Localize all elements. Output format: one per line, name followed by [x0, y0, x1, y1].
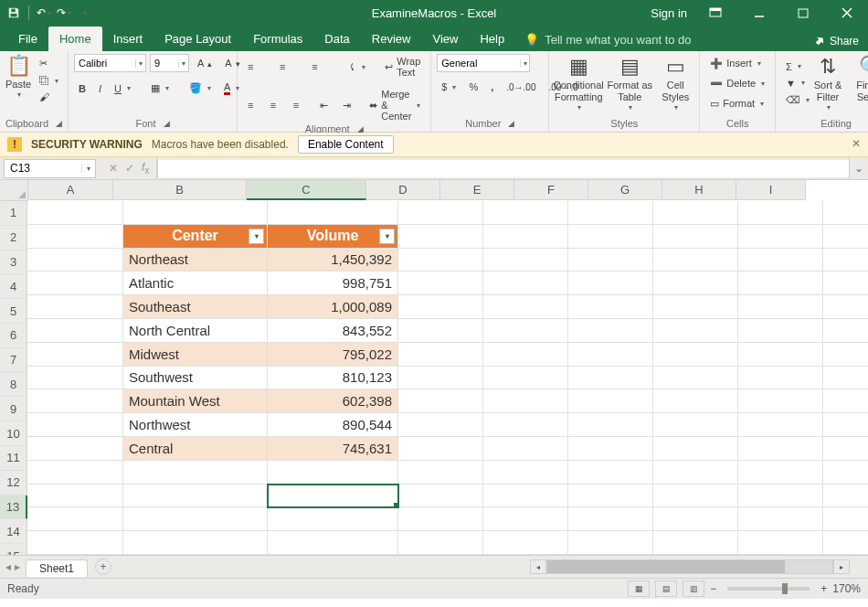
paste-button[interactable]: 📋 Paste▾ [5, 54, 31, 99]
tab-page-layout[interactable]: Page Layout [153, 27, 242, 51]
cell-I11[interactable] [823, 437, 868, 461]
column-header-H[interactable]: H [662, 180, 736, 200]
cell-E9[interactable] [483, 389, 568, 413]
tab-data[interactable]: Data [313, 27, 360, 51]
cell-G5[interactable] [653, 295, 738, 319]
cell-I4[interactable] [823, 272, 868, 295]
accounting-format-button[interactable]: $▾ [437, 80, 460, 94]
cell-B12[interactable] [123, 461, 268, 485]
sign-in-link[interactable]: Sign in [651, 6, 687, 20]
cell-H11[interactable] [738, 437, 823, 461]
tab-file[interactable]: File [7, 27, 48, 51]
cell-C3[interactable]: 1,450,392 [268, 249, 398, 272]
cell-styles-button[interactable]: ▭Cell Styles▾ [657, 55, 693, 112]
cell-H4[interactable] [738, 272, 823, 295]
cell-F14[interactable] [568, 507, 653, 531]
cell-B4[interactable]: Atlantic [123, 272, 268, 295]
cell-D10[interactable] [398, 413, 483, 437]
cell-I9[interactable] [823, 389, 868, 413]
cell-G6[interactable] [653, 319, 738, 343]
cell-G4[interactable] [653, 272, 738, 295]
cell-A14[interactable] [27, 507, 123, 531]
cell-C13[interactable] [268, 485, 398, 508]
cut-button[interactable]: ✂ [35, 56, 72, 71]
cell-F1[interactable] [568, 201, 653, 225]
cell-D4[interactable] [398, 272, 483, 295]
cell-A13[interactable] [27, 485, 123, 508]
zoom-slider[interactable] [727, 587, 810, 591]
filter-icon[interactable]: ▾ [249, 229, 264, 244]
tell-me-search[interactable]: 💡 Tell me what you want to do [524, 33, 691, 51]
row-header-4[interactable]: 4 [0, 274, 27, 299]
format-as-table-button[interactable]: ▤Format as Table▾ [606, 55, 653, 112]
cell-A12[interactable] [27, 461, 123, 485]
format-cells-button[interactable]: ▭Format▾ [705, 96, 778, 112]
cell-B11[interactable]: Central [123, 437, 268, 461]
align-center-button[interactable]: ≡ [266, 98, 285, 112]
align-bottom-button[interactable]: ≡ [307, 59, 335, 74]
cell-B13[interactable] [123, 485, 268, 508]
cell-D6[interactable] [398, 319, 483, 343]
column-header-D[interactable]: D [366, 180, 440, 200]
tab-home[interactable]: Home [48, 27, 102, 51]
cell-D5[interactable] [398, 295, 483, 319]
sort-filter-button[interactable]: ⇅Sort & Filter▾ [809, 55, 847, 112]
orientation-button[interactable]: ⤹▾ [344, 59, 372, 75]
cell-F10[interactable] [568, 413, 653, 437]
cell-C11[interactable]: 745,631 [268, 437, 398, 461]
comma-button[interactable]: , [486, 80, 498, 94]
formula-input[interactable] [157, 160, 849, 177]
cell-H12[interactable] [738, 461, 823, 485]
new-sheet-button[interactable]: + [95, 559, 111, 575]
cell-I7[interactable] [823, 343, 868, 367]
column-header-C[interactable]: C [247, 180, 366, 200]
cell-G2[interactable] [653, 225, 738, 249]
cell-C10[interactable]: 890,544 [268, 413, 398, 437]
cell-A5[interactable] [27, 295, 123, 319]
tab-help[interactable]: Help [469, 27, 515, 51]
cell-B5[interactable]: Southeast [123, 295, 268, 319]
align-middle-button[interactable]: ≡ [275, 59, 303, 74]
fill-color-button[interactable]: 🪣▾ [185, 80, 216, 96]
cell-E5[interactable] [483, 295, 568, 319]
cell-A10[interactable] [27, 413, 123, 437]
share-button[interactable]: Share [813, 35, 859, 48]
column-header-I[interactable]: I [736, 180, 806, 200]
cell-G1[interactable] [653, 201, 738, 225]
format-painter-button[interactable]: 🖌 [35, 90, 72, 104]
cell-B7[interactable]: Midwest [123, 343, 268, 367]
close-warning-icon[interactable]: ✕ [852, 137, 861, 150]
conditional-formatting-button[interactable]: ▦Conditional Formatting▾ [555, 55, 602, 112]
cell-E4[interactable] [483, 272, 568, 295]
number-format-combo[interactable]: ▾ [437, 54, 530, 72]
cell-C7[interactable]: 795,022 [268, 343, 398, 367]
column-header-F[interactable]: F [514, 180, 588, 200]
cell-G12[interactable] [653, 461, 738, 485]
cell-E11[interactable] [483, 437, 568, 461]
cell-E15[interactable] [483, 531, 568, 555]
column-header-E[interactable]: E [440, 180, 514, 200]
wrap-text-button[interactable]: ↩ Wrap Text [380, 54, 425, 80]
font-name-combo[interactable]: ▾ [74, 54, 146, 72]
close-icon[interactable] [831, 0, 863, 26]
redo-icon[interactable]: ↷▾ [56, 5, 72, 21]
increase-decimal-button[interactable]: .0→.00 [502, 80, 540, 94]
cell-A15[interactable] [27, 531, 123, 555]
tab-insert[interactable]: Insert [102, 27, 154, 51]
cell-G13[interactable] [653, 485, 738, 508]
normal-view-button[interactable]: ▦ [628, 580, 650, 597]
fx-icon[interactable]: fx [142, 161, 149, 176]
find-select-button[interactable]: 🔍Find & Select▾ [851, 55, 868, 112]
percent-button[interactable]: % [464, 80, 482, 94]
cell-I8[interactable] [823, 367, 868, 390]
filter-icon[interactable]: ▾ [379, 229, 395, 244]
cell-I15[interactable] [823, 531, 868, 555]
row-header-14[interactable]: 14 [0, 519, 27, 544]
cell-A9[interactable] [27, 389, 123, 413]
sheet-tab[interactable]: Sheet1 [26, 559, 88, 577]
cell-grid[interactable]: Center▾Volume▾Northeast1,450,392Atlantic… [27, 201, 868, 569]
page-break-view-button[interactable]: ▥ [683, 580, 704, 597]
cell-G8[interactable] [653, 367, 738, 390]
cell-C2[interactable]: Volume▾ [268, 225, 398, 249]
font-size-combo[interactable]: ▾ [150, 54, 189, 72]
